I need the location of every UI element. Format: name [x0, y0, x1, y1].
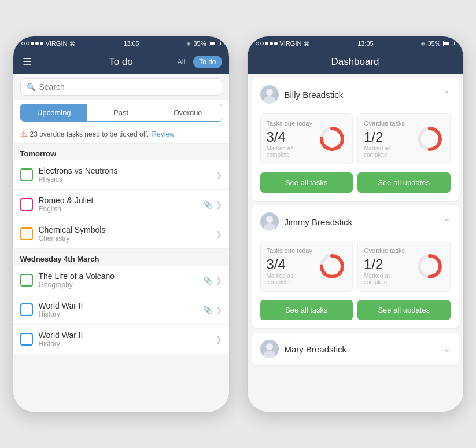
svg-point-13 [264, 351, 275, 358]
task-actions: ❯ [216, 171, 222, 179]
search-box[interactable]: 🔍 [20, 78, 222, 96]
pin-icon: 📎 [203, 306, 212, 314]
carrier-label: VIRGIN [280, 40, 302, 47]
time-display: 13:05 [123, 40, 139, 47]
task-actions: ❯ [216, 335, 222, 344]
svg-point-0 [266, 89, 273, 96]
chevron-up-icon[interactable]: ⌃ [444, 90, 451, 99]
review-link[interactable]: Review [152, 130, 174, 138]
filter-past[interactable]: Past [87, 104, 154, 121]
student-header-jimmy: Jimmy Breadstick ⌃ [252, 205, 459, 238]
task-name: World War II [39, 331, 210, 340]
stat-tasks-due: Tasks due today 3/4 Marked as complete [260, 113, 353, 164]
stats-row-jimmy: Tasks due today 3/4 Marked as complete O… [252, 238, 459, 300]
chevron-up-icon-jimmy[interactable]: ⌃ [444, 217, 451, 226]
student-card-billy: Billy Breadstick ⌃ Tasks due today 3/4 M… [252, 78, 459, 201]
see-all-updates-btn-billy[interactable]: See all updates [357, 172, 451, 193]
filter-tab-group: Upcoming Past Overdue [20, 104, 222, 122]
task-subject: Physics [39, 175, 210, 183]
status-bar-todo: VIRGIN ⌘ 13:05 ⎈ 35% [13, 36, 229, 50]
chevron-down-icon-mary[interactable]: ⌄ [444, 344, 451, 354]
battery-percent: 35% [193, 40, 206, 47]
overdue-marked: Marked as complete [364, 145, 415, 158]
task-text: Chemical Symbols Chemistry [39, 225, 210, 243]
overdue-label-jimmy: Overdue tasks [364, 247, 415, 254]
overdue-donut [415, 124, 444, 153]
tasks-marked-jimmy: Marked as complete [267, 273, 318, 285]
overdue-donut-jimmy [415, 252, 444, 281]
overdue-fraction: 1/2 [364, 129, 415, 145]
svg-point-1 [264, 96, 275, 104]
todo-header: ☰ To do All To do [13, 50, 229, 74]
student-info-jimmy: Jimmy Breadstick [260, 212, 353, 231]
task-item[interactable]: World War II History ❯ [13, 325, 229, 354]
chevron-right-icon: ❯ [216, 335, 222, 344]
student-name-billy: Billy Breadstick [285, 90, 344, 100]
task-item[interactable]: Chemical Symbols Chemistry ❯ [13, 219, 229, 249]
see-all-updates-btn-jimmy[interactable]: See all updates [357, 300, 451, 320]
todo-title: To do [109, 56, 133, 68]
tasks-donut [318, 124, 346, 153]
student-name-jimmy: Jimmy Breadstick [285, 217, 353, 227]
task-item[interactable]: World War II History 📎 ❯ [13, 295, 229, 325]
bluetooth-icon: ⎈ [421, 40, 425, 47]
task-name: The Life of a Volcano [39, 271, 197, 281]
menu-icon[interactable]: ☰ [23, 56, 32, 68]
carrier-label: VIRGIN [46, 40, 68, 47]
see-all-tasks-btn-billy[interactable]: See all tasks [260, 172, 353, 193]
warning-icon: ⚠ [20, 130, 27, 138]
search-container: 🔍 [13, 74, 229, 100]
filter-upcoming[interactable]: Upcoming [21, 104, 88, 121]
student-card-mary: Mary Breadstick ⌄ [252, 333, 459, 365]
todo-phone: VIRGIN ⌘ 13:05 ⎈ 35% ☰ To do All To do 🔍… [13, 36, 230, 412]
task-text: The Life of a Volcano Geography [39, 271, 197, 289]
dashboard-title: Dashboard [331, 56, 379, 68]
status-left: VIRGIN ⌘ [256, 40, 310, 47]
task-item[interactable]: The Life of a Volcano Geography 📎 ❯ [13, 266, 229, 295]
tab-todo[interactable]: To do [193, 56, 222, 68]
tasks-due-label-jimmy: Tasks due today [267, 247, 318, 254]
battery-icon [209, 41, 221, 46]
section-wednesday: Wednesday 4th March [13, 249, 229, 266]
task-item[interactable]: Electrons vs Neutrons Physics ❯ [13, 160, 229, 190]
see-all-tasks-btn-jimmy[interactable]: See all tasks [260, 300, 353, 320]
task-name: Chemical Symbols [39, 225, 210, 234]
search-icon: 🔍 [27, 83, 36, 91]
status-left: VIRGIN ⌘ [21, 40, 76, 47]
task-item[interactable]: Romeo & Juliet English 📎 ❯ [13, 190, 229, 219]
status-right: ⎈ 35% [421, 40, 455, 47]
stat-overdue: Overdue tasks 1/2 Marked as complete [357, 113, 451, 164]
chevron-right-icon: ❯ [216, 276, 222, 285]
pin-icon: 📎 [203, 200, 212, 209]
filter-overdue[interactable]: Overdue [154, 104, 222, 121]
task-subject: History [39, 340, 210, 348]
student-name-mary: Mary Breadstick [285, 344, 347, 354]
action-row-jimmy: See all tasks See all updates [252, 300, 459, 328]
task-subject: English [39, 205, 197, 213]
section-tomorrow: Tomorrow [13, 144, 229, 160]
task-actions: 📎 ❯ [203, 200, 222, 209]
task-checkbox [20, 303, 33, 316]
avatar-billy [260, 85, 279, 104]
task-checkbox [20, 227, 33, 240]
warning-bar: ⚠ 23 overdue tasks need to be ticked off… [13, 125, 229, 144]
overdue-marked-jimmy: Marked as complete [364, 273, 415, 285]
avatar-mary [260, 340, 279, 358]
dashboard-phone: VIRGIN ⌘ 13:05 ⎈ 35% Dashboard Bill [247, 36, 464, 412]
wifi-icon: ⌘ [69, 41, 75, 47]
task-text: Electrons vs Neutrons Physics [39, 166, 210, 183]
task-text: Romeo & Juliet English [39, 196, 197, 213]
task-actions: ❯ [216, 230, 222, 238]
task-name: Romeo & Juliet [39, 196, 197, 205]
svg-point-7 [264, 223, 275, 231]
svg-point-12 [266, 343, 273, 350]
task-actions: 📎 ❯ [203, 306, 222, 314]
svg-point-6 [266, 216, 273, 223]
task-checkbox [20, 168, 33, 181]
tab-all[interactable]: All [172, 56, 191, 68]
student-header: Billy Breadstick ⌃ [252, 78, 459, 111]
bluetooth-icon: ⎈ [187, 40, 191, 47]
status-bar-dashboard: VIRGIN ⌘ 13:05 ⎈ 35% [248, 36, 463, 50]
dashboard-header: Dashboard [248, 50, 463, 74]
search-input[interactable] [39, 82, 216, 91]
